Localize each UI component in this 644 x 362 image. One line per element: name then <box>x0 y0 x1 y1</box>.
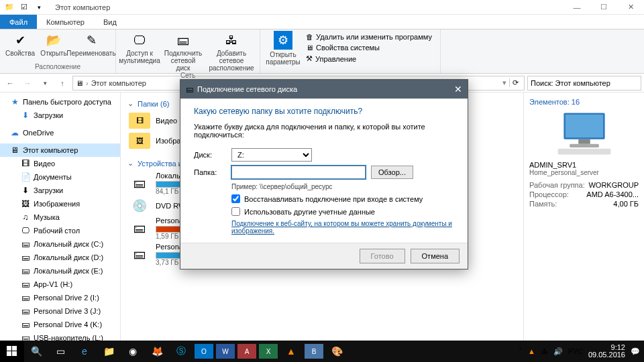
taskbar-word[interactable]: W <box>216 344 235 359</box>
dialog-titlebar[interactable]: 🖴 Подключение сетевого диска ✕ <box>180 80 468 99</box>
pc-icon: 🖥 <box>76 79 83 87</box>
add-network-icon: 🖧 <box>223 32 239 48</box>
credentials-checkbox[interactable]: Использовать другие учетные данные <box>231 207 454 216</box>
svg-rect-5 <box>7 346 11 351</box>
breadcrumb[interactable]: Этот компьютер <box>91 79 146 87</box>
nav-recent-button[interactable]: ▾ <box>38 76 52 90</box>
nav-downloads[interactable]: ⬇Загрузки <box>0 109 120 122</box>
nav-pd3[interactable]: 🖴Personal Drive 3 (J:) <box>0 304 120 318</box>
taskbar-access[interactable]: A <box>237 344 256 359</box>
ribbon-uninstall-button[interactable]: 🗑Удалить или изменить программу <box>305 32 433 42</box>
ribbon-open-button[interactable]: 📂Открыть <box>40 32 67 57</box>
nav-quick-access[interactable]: ★Панель быстрого доступа <box>0 95 120 109</box>
drive-icon: 🖴 <box>20 279 31 290</box>
details-pane: Элементов: 16 ADMIN_SRV1 Home_personal_s… <box>523 93 644 341</box>
hdd-icon: 🖴 <box>129 247 150 263</box>
search-input[interactable]: Поиск: Этот компьютер <box>527 76 641 90</box>
taskbar-skype[interactable]: Ⓢ <box>169 341 193 362</box>
nav-this-pc[interactable]: 🖥Этот компьютер <box>0 143 120 157</box>
tray-volume-icon[interactable]: 🔊 <box>553 347 563 356</box>
nav-back-button[interactable]: ← <box>3 76 17 90</box>
drive-icon: 🖴 <box>20 265 31 276</box>
ribbon-add-network-button[interactable]: 🖧Добавить сетевое расположение <box>207 32 256 72</box>
cancel-button[interactable]: Отмена <box>411 249 460 263</box>
taskbar-chrome[interactable]: ◉ <box>121 341 145 362</box>
dialog-close-button[interactable]: ✕ <box>454 84 462 95</box>
qat-dropdown-icon[interactable]: ▾ <box>32 1 46 13</box>
tab-computer[interactable]: Компьютер <box>37 15 94 29</box>
folder-input[interactable] <box>231 166 366 179</box>
taskbar-paint[interactable]: 🎨 <box>325 341 349 362</box>
nav-pd2[interactable]: 🖴Personal Drive 2 (I:) <box>0 291 120 304</box>
browse-button[interactable]: Обзор... <box>371 166 413 179</box>
dvd-icon: 💿 <box>129 198 150 214</box>
start-button[interactable] <box>0 341 24 362</box>
tray-chevron-up-icon[interactable]: ˄ <box>519 347 523 356</box>
tray-vlc-icon[interactable]: ▲ <box>528 347 535 355</box>
nav-up-button[interactable]: ↑ <box>55 76 70 90</box>
system-tray[interactable]: ˄ ▲ 🖧 🔊 РУС 9:12 09.05.2016 💬 <box>519 344 644 359</box>
nav-music[interactable]: ♫Музыка <box>0 210 120 224</box>
taskbar-explorer[interactable]: 📁 <box>97 341 121 362</box>
ribbon-media-button[interactable]: 🖵Доступ к мультимедиа <box>120 32 159 64</box>
minimize-button[interactable]: — <box>564 0 590 15</box>
search-button[interactable]: 🔍 <box>24 341 48 362</box>
maximize-button[interactable]: ☐ <box>590 0 617 15</box>
nav-usb[interactable]: 🖴USB-накопитель (L:) <box>0 331 120 341</box>
pc-name: ADMIN_SRV1 <box>529 161 639 169</box>
tray-language[interactable]: РУС <box>568 347 583 355</box>
ribbon-rename-button[interactable]: ✎Переименовать <box>71 32 111 57</box>
close-button[interactable]: ✕ <box>617 0 644 15</box>
svg-rect-7 <box>7 351 11 356</box>
ribbon-manage-button[interactable]: ⚒Управление <box>305 54 433 64</box>
taskbar-edge[interactable]: e <box>72 341 97 362</box>
nav-local-d[interactable]: 🖴Локальный диск (D:) <box>0 251 120 264</box>
ribbon-sysprops-button[interactable]: 🖥Свойства системы <box>305 43 433 52</box>
manage-icon: ⚒ <box>306 54 313 63</box>
drive-select[interactable]: Z: <box>231 148 312 162</box>
svg-rect-2 <box>578 139 590 144</box>
ok-button[interactable]: Готово <box>360 249 405 263</box>
nav-onedrive[interactable]: ☁OneDrive <box>0 126 120 139</box>
folder-example: Пример: \\сервер\общий_ресурс <box>231 183 454 190</box>
open-icon: 📂 <box>46 32 62 48</box>
uninstall-icon: 🗑 <box>306 33 313 41</box>
reconnect-checkbox[interactable]: Восстанавливать подключение при входе в … <box>231 194 454 203</box>
pc-desc: Home_personal_server <box>529 169 639 176</box>
nav-documents[interactable]: 📄Документы <box>0 170 120 184</box>
navigation-pane[interactable]: ★Панель быстрого доступа ⬇Загрузки ☁OneD… <box>0 93 121 341</box>
tab-file[interactable]: Файл <box>0 15 37 29</box>
ribbon-properties-button[interactable]: ✔Свойства <box>4 32 36 57</box>
website-link[interactable]: Подключение к веб-сайту, на котором вы м… <box>231 220 454 235</box>
nav-appv[interactable]: 🖴App-V1 (H:) <box>0 278 120 291</box>
rename-icon: ✎ <box>83 32 99 48</box>
taskbar[interactable]: 🔍 ▭ e 📁 ◉ 🦊 Ⓢ O W A X ▲ В 🎨 ˄ ▲ 🖧 🔊 РУС … <box>0 341 644 362</box>
tray-notifications-icon[interactable]: 💬 <box>631 347 640 356</box>
nav-downloads2[interactable]: ⬇Загрузки <box>0 184 120 197</box>
qat-explorer-icon[interactable]: 📁 <box>3 1 16 13</box>
taskbar-excel[interactable]: X <box>259 344 278 359</box>
tab-view[interactable]: Вид <box>94 15 126 29</box>
ribbon-map-drive-button[interactable]: 🖴Подключить сетевой диск <box>163 32 203 72</box>
video-folder-icon: 🎞 <box>129 113 150 129</box>
taskbar-outlook[interactable]: O <box>195 344 213 359</box>
nav-forward-button[interactable]: → <box>20 76 35 90</box>
usb-icon: 🖴 <box>20 333 31 341</box>
download-icon: ⬇ <box>20 110 31 121</box>
taskbar-vk[interactable]: В <box>305 344 323 359</box>
tray-clock[interactable]: 9:12 09.05.2016 <box>588 344 625 359</box>
nav-local-e[interactable]: 🖴Локальный диск (E:) <box>0 264 120 278</box>
nav-desktop[interactable]: 🖵Рабочий стол <box>0 224 120 237</box>
qat-props-icon[interactable]: ☑ <box>17 1 31 13</box>
ribbon-open-settings-button[interactable]: ⚙Открыть параметры <box>264 31 302 66</box>
address-dropdown-icon[interactable]: ▾ <box>502 78 506 87</box>
nav-pd4[interactable]: 🖴Personal Drive 4 (K:) <box>0 318 120 331</box>
nav-local-c[interactable]: 🖴Локальный диск (C:) <box>0 237 120 251</box>
refresh-button[interactable]: ⟳ <box>509 78 521 87</box>
taskview-button[interactable]: ▭ <box>48 341 72 362</box>
taskbar-firefox[interactable]: 🦊 <box>145 341 169 362</box>
taskbar-vlc[interactable]: ▲ <box>279 341 303 362</box>
nav-images[interactable]: 🖼Изображения <box>0 197 120 210</box>
nav-video[interactable]: 🎞Видео <box>0 157 120 170</box>
tray-network-icon[interactable]: 🖧 <box>541 347 548 355</box>
